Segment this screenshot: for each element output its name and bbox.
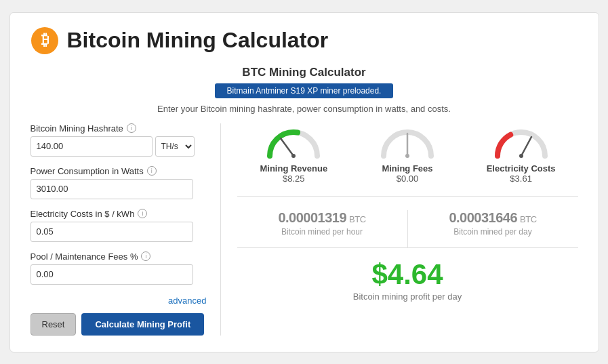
main-layout: Bitcoin Mining Hashrate i TH/s GH/s MH/s…: [31, 123, 578, 336]
svg-point-5: [405, 154, 409, 158]
btc-row: 0.00001319BTC Bitcoin mined per hour 0.0…: [237, 210, 578, 248]
header: ₿ Bitcoin Mining Calculator: [31, 26, 578, 55]
electricity-info-icon[interactable]: i: [138, 209, 147, 218]
gauge-revenue-label: Mining Revenue: [253, 163, 334, 174]
hashrate-input[interactable]: [31, 136, 153, 157]
gauge-electricity-value: $3.61: [481, 174, 562, 184]
gauge-electricity-label: Electricity Costs: [481, 163, 562, 174]
gauges-row: Mining Revenue $8.25 Mining Fees $0.00: [237, 123, 578, 197]
power-input[interactable]: [31, 179, 193, 199]
fees-group: Pool / Maintenance Fees % i: [31, 251, 207, 285]
btc-day-amount: 0.00031646BTC: [408, 210, 578, 226]
svg-point-3: [291, 154, 296, 158]
calculate-button[interactable]: Calculate Mining Profit: [81, 313, 204, 336]
subtitle-title: BTC Mining Calculator: [31, 66, 578, 79]
fees-input[interactable]: [31, 264, 193, 285]
hashrate-group: Bitcoin Mining Hashrate i TH/s GH/s MH/s: [31, 123, 207, 157]
miner-badge: Bitmain Antminer S19 XP miner preloaded.: [215, 83, 394, 98]
btc-per-day: 0.00031646BTC Bitcoin mined per day: [408, 210, 578, 247]
btc-day-desc: Bitcoin mined per day: [408, 227, 578, 237]
gauge-fees-label: Mining Fees: [367, 163, 448, 174]
gauge-electricity: Electricity Costs $3.61: [481, 123, 562, 184]
svg-text:₿: ₿: [41, 31, 48, 48]
advanced-link[interactable]: advanced: [168, 296, 206, 306]
fees-label: Pool / Maintenance Fees % i: [31, 251, 207, 262]
btc-hour-amount: 0.00001319BTC: [237, 210, 407, 226]
profit-desc: Bitcoin mining profit per day: [237, 291, 578, 302]
hashrate-label: Bitcoin Mining Hashrate i: [31, 123, 207, 134]
gauge-revenue-svg: [263, 123, 324, 161]
power-label: Power Consumption in Watts i: [31, 166, 207, 176]
hashrate-input-row: TH/s GH/s MH/s: [31, 136, 207, 157]
main-card: ₿ Bitcoin Mining Calculator BTC Mining C…: [9, 12, 599, 352]
page-title: Bitcoin Mining Calculator: [67, 28, 329, 53]
reset-button[interactable]: Reset: [31, 313, 77, 336]
hashrate-info-icon[interactable]: i: [127, 123, 136, 133]
gauge-fees: Mining Fees $0.00: [367, 123, 448, 184]
subtitle-section: BTC Mining Calculator Bitmain Antminer S…: [31, 66, 578, 114]
electricity-group: Electricity Costs in $ / kWh i: [31, 209, 207, 242]
left-panel: Bitcoin Mining Hashrate i TH/s GH/s MH/s…: [31, 123, 220, 336]
gauge-revenue-value: $8.25: [253, 174, 334, 184]
profit-value: $4.64: [237, 260, 578, 289]
svg-point-7: [519, 154, 523, 158]
right-panel: Mining Revenue $8.25 Mining Fees $0.00: [220, 123, 578, 336]
buttons-row: Reset Calculate Mining Profit: [31, 313, 207, 336]
fees-info-icon[interactable]: i: [141, 251, 150, 261]
hashrate-unit-select[interactable]: TH/s GH/s MH/s: [155, 136, 195, 157]
bitcoin-icon: ₿: [31, 26, 59, 55]
power-info-icon[interactable]: i: [147, 166, 157, 176]
btc-per-hour: 0.00001319BTC Bitcoin mined per hour: [237, 210, 408, 247]
profit-section: $4.64 Bitcoin mining profit per day: [237, 260, 578, 302]
svg-line-6: [521, 137, 531, 156]
svg-line-2: [281, 138, 293, 156]
power-group: Power Consumption in Watts i: [31, 166, 207, 199]
subtitle-desc: Enter your Bitcoin mining hashrate, powe…: [31, 104, 578, 114]
advanced-link-container: advanced: [31, 294, 207, 306]
btc-hour-desc: Bitcoin mined per hour: [237, 227, 407, 237]
electricity-input[interactable]: [31, 222, 193, 242]
gauge-fees-svg: [377, 123, 438, 161]
gauge-electricity-svg: [491, 123, 552, 161]
electricity-label: Electricity Costs in $ / kWh i: [31, 209, 207, 219]
gauge-revenue: Mining Revenue $8.25: [253, 123, 334, 184]
gauge-fees-value: $0.00: [367, 174, 448, 184]
